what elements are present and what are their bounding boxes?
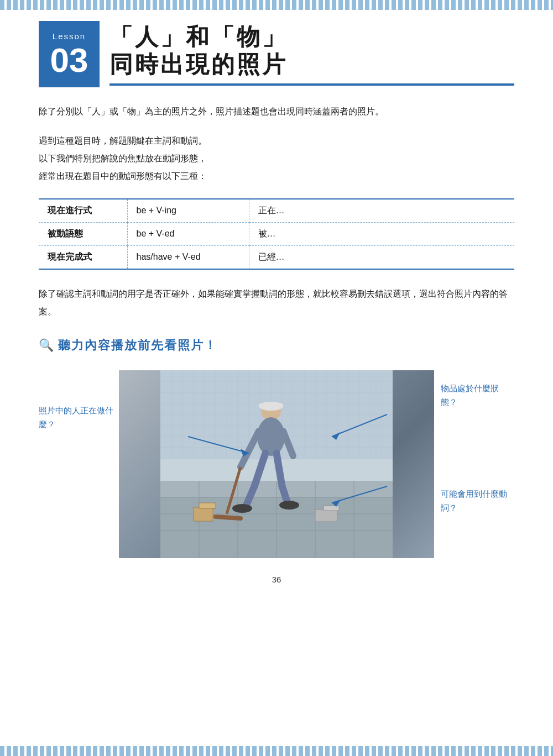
left-annotation-text: 照片中的人正在做什麼？ [39, 403, 119, 432]
svg-rect-55 [199, 503, 216, 508]
svg-rect-54 [194, 507, 213, 521]
left-annotation: 照片中的人正在做什麼？ [39, 370, 119, 432]
title-block: 「人」和「物」 同時出現的照片 [109, 21, 514, 86]
table-cell-col3-1: 正在… [249, 199, 514, 223]
right-annotations: 物品處於什麼狀態？ 可能會用到什麼動詞？ [434, 370, 514, 515]
photo-section: 照片中的人正在做什麼？ [39, 370, 514, 558]
body-line3: 經常出現在題目中的動詞形態有以下三種： [39, 167, 514, 185]
lesson-badge: Lesson 03 [39, 21, 100, 87]
title-underline [109, 83, 514, 86]
table-cell-col1-1: 現在進行式 [39, 199, 127, 223]
body-line1: 遇到這種題目時，解題關鍵在主詞和動詞。 [39, 132, 514, 150]
top-decoration [0, 0, 553, 10]
lesson-label: Lesson [53, 32, 86, 41]
right-annotation-bottom: 可能會用到什麼動詞？ [441, 487, 514, 515]
grammar-table: 現在進行式 be + V-ing 正在… 被動語態 be + V-ed 被… 現… [39, 198, 514, 270]
page-number: 36 [39, 575, 514, 601]
table-cell-col3-3: 已經… [249, 245, 514, 269]
table-row: 現在完成式 has/have + V-ed 已經… [39, 245, 514, 269]
table-cell-col2-2: be + V-ed [127, 222, 249, 245]
section-title: 聽力內容播放前先看照片！ [58, 337, 217, 354]
title-line2: 同時出現的照片 [109, 51, 514, 78]
lesson-number: 03 [50, 43, 88, 77]
title-line1: 「人」和「物」 [109, 23, 514, 51]
table-row: 現在進行式 be + V-ing 正在… [39, 199, 514, 223]
svg-point-43 [257, 417, 285, 456]
svg-rect-42 [259, 403, 283, 408]
table-cell-col2-1: be + V-ing [127, 199, 249, 223]
table-cell-col3-2: 被… [249, 222, 514, 245]
right-annotation-top: 物品處於什麼狀態？ [441, 381, 514, 410]
svg-point-51 [279, 501, 299, 510]
table-row: 被動語態 be + V-ed 被… [39, 222, 514, 245]
bottom-decoration [0, 746, 553, 756]
page: Lesson 03 「人」和「物」 同時出現的照片 除了分別以「人」或「物」為主… [0, 0, 553, 756]
svg-line-53 [216, 517, 241, 518]
section-header: 🔍 聽力內容播放前先看照片！ [39, 337, 514, 354]
table-cell-col1-3: 現在完成式 [39, 245, 127, 269]
header-section: Lesson 03 「人」和「物」 同時出現的照片 [39, 10, 514, 87]
search-wrench-icon: 🔍 [39, 338, 54, 353]
svg-point-50 [232, 504, 252, 513]
body-text: 遇到這種題目時，解題關鍵在主詞和動詞。 以下我們特別把解說的焦點放在動詞形態， … [39, 132, 514, 185]
table-cell-col2-3: has/have + V-ed [127, 245, 249, 269]
body-text2: 除了確認主詞和動詞的用字是否正確外，如果能確實掌握動詞的形態，就比較容易刪去錯誤… [39, 285, 514, 321]
body-line2: 以下我們特別把解說的焦點放在動詞形態， [39, 150, 514, 167]
worker-photo [119, 370, 434, 558]
svg-rect-56 [315, 510, 337, 522]
svg-rect-57 [324, 506, 339, 511]
photo-container [119, 370, 434, 558]
table-cell-col1-2: 被動語態 [39, 222, 127, 245]
intro-text: 除了分別以「人」或「物」為主的照片之外，照片描述題也會出現同時涵蓋兩者的照片。 [39, 104, 514, 120]
